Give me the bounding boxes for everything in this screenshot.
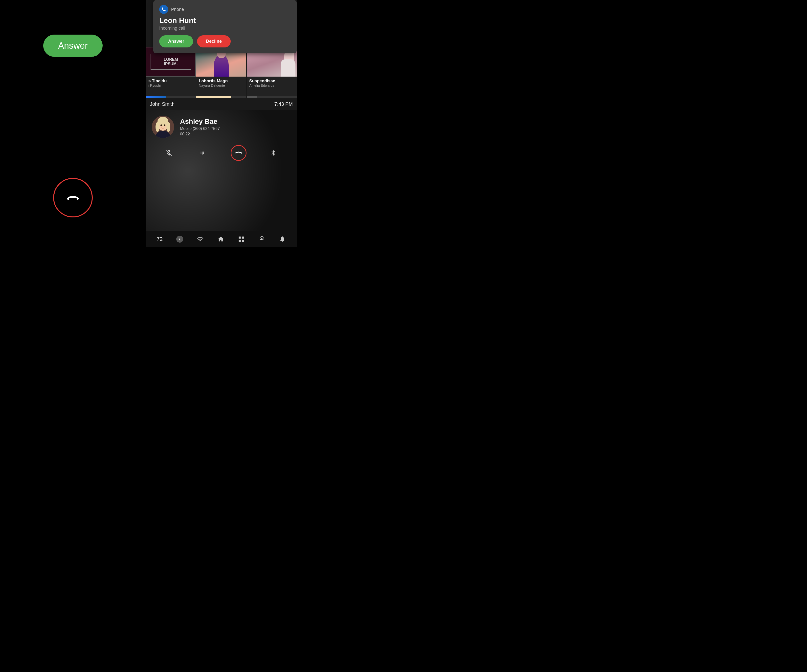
call-controls xyxy=(146,141,297,165)
notification-answer-button[interactable]: Answer xyxy=(159,35,193,48)
incoming-call-notification: Phone Leon Hunt Incoming call Answer Dec… xyxy=(153,0,297,53)
progress-bar-1 xyxy=(146,96,196,98)
john-smith-name: John Smith xyxy=(150,101,174,107)
cards-row: LOREMIPSUM. s Tincidu i Ryushi Lobortis … xyxy=(146,47,297,96)
bluetooth-button[interactable] xyxy=(266,146,281,161)
svg-point-9 xyxy=(164,124,165,126)
card-2-info: Lobortis Magn Nayara Defuente xyxy=(196,76,246,96)
bottom-fan-button[interactable] xyxy=(258,236,265,243)
caller-info: Ashley Bae Mobile (360) 624-7567 00:22 xyxy=(146,110,297,141)
bottom-signal-icon xyxy=(197,236,204,243)
active-call-panel: Ashley Bae Mobile (360) 624-7567 00:22 xyxy=(146,110,297,231)
card-1-info: s Tincidu i Ryushi xyxy=(146,76,196,96)
answer-button[interactable]: Answer xyxy=(43,35,103,57)
notification-app-name: Phone xyxy=(171,7,184,12)
notification-actions: Answer Decline xyxy=(159,35,291,48)
john-smith-time: 7:43 PM xyxy=(274,101,293,107)
bottom-arrow-button[interactable] xyxy=(176,236,183,243)
notification-decline-button[interactable]: Decline xyxy=(197,35,231,48)
card-3-subtitle: Amelia Edwards xyxy=(249,83,294,88)
bottom-bar: 72 xyxy=(146,231,297,247)
caller-number: Mobile (360) 624-7567 xyxy=(180,126,220,131)
temperature-value: 72 xyxy=(157,236,163,242)
end-call-button[interactable] xyxy=(53,178,93,217)
card-1-title: s Tincidu xyxy=(148,79,193,83)
card-3-title: Suspendisse xyxy=(249,79,294,83)
caller-avatar xyxy=(152,116,174,138)
bottom-bell-button[interactable] xyxy=(279,236,286,243)
incoming-caller-name: Leon Hunt xyxy=(159,16,291,25)
right-panel: Phone Leon Hunt Incoming call Answer Dec… xyxy=(146,0,297,247)
call-content: Ashley Bae Mobile (360) 624-7567 00:22 xyxy=(146,110,297,231)
temperature-display: 72 xyxy=(157,236,163,242)
card-1[interactable]: LOREMIPSUM. s Tincidu i Ryushi xyxy=(146,47,196,96)
phone-app-icon xyxy=(159,5,168,14)
keypad-button[interactable] xyxy=(196,146,211,161)
card-2-title: Lobortis Magn xyxy=(199,79,244,83)
card-2-subtitle: Nayara Defuente xyxy=(199,83,244,88)
caller-name: Ashley Bae xyxy=(180,118,220,126)
notification-header: Phone xyxy=(159,5,291,14)
svg-point-8 xyxy=(161,124,162,126)
bottom-home-button[interactable] xyxy=(218,236,224,243)
end-call-control[interactable] xyxy=(231,145,246,161)
mute-button[interactable] xyxy=(162,146,176,161)
card-3[interactable]: Suspendisse Amelia Edwards xyxy=(247,47,297,96)
caller-duration: 00:22 xyxy=(180,132,220,136)
card-2[interactable]: Lobortis Magn Nayara Defuente xyxy=(196,47,246,96)
end-call-icon xyxy=(66,192,80,204)
progress-bar-3 xyxy=(247,96,297,98)
incoming-call-status: Incoming call xyxy=(159,26,291,31)
caller-details: Ashley Bae Mobile (360) 624-7567 00:22 xyxy=(180,118,220,136)
bottom-grid-button[interactable] xyxy=(238,236,245,243)
left-panel: Answer xyxy=(0,0,146,247)
progress-bars xyxy=(146,96,297,98)
content-area: LOREMIPSUM. s Tincidu i Ryushi Lobortis … xyxy=(146,47,297,231)
progress-bar-2 xyxy=(196,96,246,98)
svg-point-5 xyxy=(156,122,159,132)
card-3-info: Suspendisse Amelia Edwards xyxy=(247,76,297,96)
card-1-subtitle: i Ryushi xyxy=(148,83,193,88)
svg-point-6 xyxy=(166,122,170,132)
john-smith-row: John Smith 7:43 PM xyxy=(146,98,297,110)
